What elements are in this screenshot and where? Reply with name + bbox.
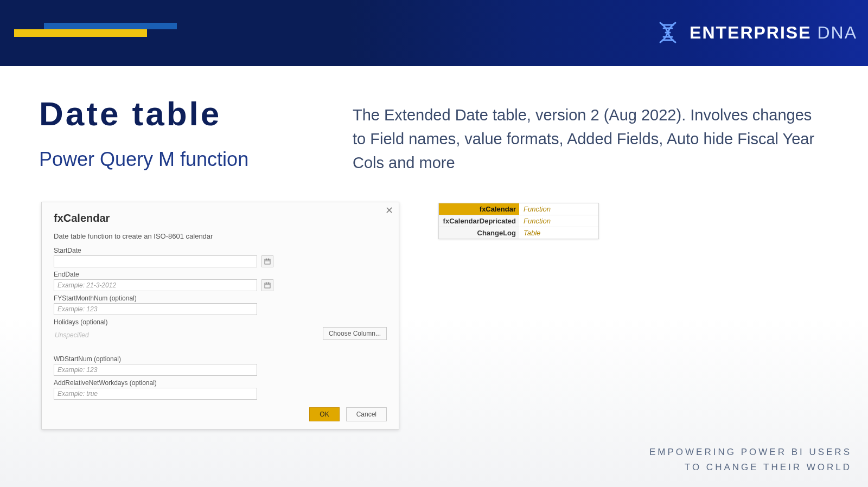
row-type: Table — [519, 227, 598, 239]
dna-icon — [655, 20, 681, 46]
calendar-icon[interactable] — [261, 279, 273, 291]
page-subtitle: Power Query M function — [39, 148, 248, 171]
tagline-line-2: TO CHANGE THEIR WORLD — [649, 460, 852, 475]
function-dialog: ✕ fxCalendar Date table function to crea… — [41, 202, 399, 430]
svg-rect-9 — [265, 283, 270, 288]
label-wdstartnum: WDStartNum (optional) — [54, 355, 387, 363]
row-type: Function — [519, 215, 598, 227]
row-name: fxCalendar — [439, 203, 519, 215]
label-fystartmonthnum: FYStartMonthNum (optional) — [54, 294, 387, 302]
queries-table: fxCalendar Function fxCalendarDepricated… — [438, 203, 599, 239]
input-startdate[interactable] — [54, 255, 257, 267]
label-holidays: Holidays (optional) — [54, 318, 387, 326]
decorative-bars — [14, 23, 177, 37]
close-icon[interactable]: ✕ — [385, 206, 393, 215]
cancel-button[interactable]: Cancel — [346, 407, 387, 421]
input-fystartmonthnum[interactable] — [54, 303, 257, 315]
table-row[interactable]: fxCalendar Function — [439, 203, 598, 215]
field-addrelativenetworkdays: AddRelativeNetWorkdays (optional) — [54, 379, 387, 400]
field-enddate: EndDate — [54, 271, 387, 291]
svg-rect-11 — [266, 283, 267, 284]
row-name: fxCalendarDepricated — [439, 215, 519, 227]
label-addrelativenetworkdays: AddRelativeNetWorkdays (optional) — [54, 379, 387, 387]
choose-column-button[interactable]: Choose Column... — [323, 327, 387, 340]
svg-rect-8 — [269, 259, 270, 260]
dialog-title: fxCalendar — [54, 212, 387, 225]
tagline-line-1: EMPOWERING POWER BI USERS — [649, 445, 852, 460]
table-row[interactable]: ChangeLog Table — [439, 227, 598, 239]
ok-button[interactable]: OK — [309, 407, 339, 421]
page-title: Date table — [39, 94, 248, 133]
row-name: ChangeLog — [439, 227, 519, 239]
description-text: The Extended Date table, version 2 (Aug … — [353, 103, 825, 175]
field-holidays: Holidays (optional) Unspecified Choose C… — [54, 318, 387, 340]
dialog-footer: OK Cancel — [309, 407, 387, 421]
bar-yellow — [14, 29, 147, 37]
input-addrelativenetworkdays[interactable] — [54, 388, 257, 400]
brand-block: ENTERPRISE DNA — [655, 20, 857, 46]
field-fystartmonthnum: FYStartMonthNum (optional) — [54, 294, 387, 315]
field-wdstartnum: WDStartNum (optional) — [54, 355, 387, 376]
title-block: Date table Power Query M function — [39, 94, 248, 171]
label-startdate: StartDate — [54, 247, 387, 254]
field-startdate: StartDate — [54, 247, 387, 267]
label-enddate: EndDate — [54, 271, 387, 278]
top-banner: ENTERPRISE DNA — [0, 0, 868, 66]
dialog-description: Date table function to create an ISO-860… — [54, 232, 387, 240]
table-row[interactable]: fxCalendarDepricated Function — [439, 215, 598, 227]
content-area: Date table Power Query M function The Ex… — [0, 66, 868, 487]
bar-blue — [44, 23, 177, 29]
svg-rect-7 — [266, 259, 267, 260]
row-type: Function — [519, 203, 598, 215]
holidays-unspecified: Unspecified — [54, 330, 90, 340]
brand-text: ENTERPRISE DNA — [690, 23, 857, 43]
brand-word-2: DNA — [817, 23, 857, 42]
svg-rect-12 — [269, 283, 270, 284]
svg-rect-5 — [265, 259, 270, 264]
brand-word-1: ENTERPRISE — [690, 23, 811, 42]
input-enddate[interactable] — [54, 279, 257, 291]
tagline: EMPOWERING POWER BI USERS TO CHANGE THEI… — [649, 445, 852, 475]
calendar-icon[interactable] — [261, 255, 273, 267]
input-wdstartnum[interactable] — [54, 364, 257, 376]
